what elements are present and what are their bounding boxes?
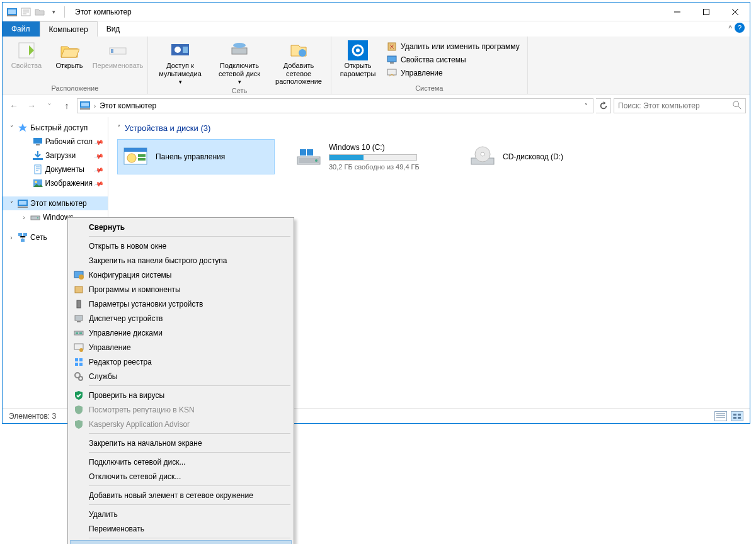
svg-rect-10 xyxy=(183,47,188,53)
svg-rect-28 xyxy=(35,165,41,174)
ribbon-open-settings[interactable]: Открыть параметры xyxy=(335,38,381,77)
ribbon-add-network-location[interactable]: Добавить сетевое расположение xyxy=(270,38,327,86)
tree-quick-access[interactable]: ˅ Быстрый доступ xyxy=(3,121,108,135)
qat-dropdown-icon[interactable]: ▾ xyxy=(48,6,59,18)
minimize-button[interactable] xyxy=(663,3,692,21)
diskmgmt-icon xyxy=(74,328,84,338)
ribbon-properties[interactable]: Свойства xyxy=(6,38,47,70)
cm-regedit[interactable]: Редактор реестра xyxy=(70,354,292,369)
tree-downloads[interactable]: Загрузки 📌 xyxy=(3,149,108,162)
cm-disconnect-network-drive[interactable]: Отключить сетевой диск... xyxy=(70,469,292,484)
details-view-icon[interactable] xyxy=(714,411,727,421)
cm-kaspersky-advisor[interactable]: Kaspersky Application Advisor xyxy=(70,417,292,431)
cm-device-manager[interactable]: Диспетчер устройств xyxy=(70,311,292,326)
cm-rename[interactable]: Переименовать xyxy=(70,521,292,536)
svg-rect-18 xyxy=(387,56,396,62)
cm-disk-management[interactable]: Управление дисками xyxy=(70,326,292,340)
cm-properties[interactable]: Свойства xyxy=(70,540,292,544)
control-panel-icon xyxy=(122,143,149,171)
cm-services[interactable]: Службы xyxy=(70,369,292,383)
tree-this-pc[interactable]: ˅ Этот компьютер xyxy=(3,196,108,210)
forward-button[interactable]: → xyxy=(24,98,39,113)
navigation-bar: ← → ˅ ↑ › Этот компьютер ˅ Поиск: Этот к… xyxy=(3,94,750,117)
tab-view[interactable]: Вид xyxy=(98,21,130,37)
svg-point-9 xyxy=(175,47,181,53)
ribbon-manage[interactable]: Управление xyxy=(383,67,524,79)
cm-delete[interactable]: Удалить xyxy=(70,507,292,521)
tab-computer[interactable]: Компьютер xyxy=(40,21,98,37)
tab-file[interactable]: Файл xyxy=(3,21,40,37)
tree-desktop[interactable]: Рабочий стол 📌 xyxy=(3,135,108,149)
cm-device-install[interactable]: Параметры установки устройств xyxy=(70,297,292,311)
manage-icon xyxy=(74,343,84,353)
help-icon[interactable]: ? xyxy=(735,23,745,33)
search-icon xyxy=(733,101,742,111)
ribbon-media-access[interactable]: Доступ к мультимедиа▾ xyxy=(152,38,209,86)
cm-pin-start[interactable]: Закрепить на начальном экране xyxy=(70,436,292,450)
d-drive-item[interactable]: CD-дисковод (D:) xyxy=(465,139,622,174)
ribbon-system-properties[interactable]: Свойства системы xyxy=(383,54,524,66)
chevron-right-icon[interactable]: › xyxy=(8,234,15,241)
control-panel-item[interactable]: Панель управления xyxy=(117,139,275,174)
drive-icon xyxy=(295,143,323,171)
tiles-view-icon[interactable] xyxy=(731,411,743,421)
ribbon: Свойства Открыть Переименовать Расположе… xyxy=(3,37,750,94)
chevron-down-icon[interactable]: ˅ xyxy=(8,200,15,207)
cm-map-network-drive[interactable]: Подключить сетевой диск... xyxy=(70,455,292,469)
ribbon-rename[interactable]: Переименовать xyxy=(92,38,144,70)
svg-rect-27 xyxy=(33,158,43,160)
cm-msconfig[interactable]: Конфигурация системы xyxy=(70,268,292,282)
c-drive-item[interactable]: Windows 10 (C:) 30,2 ГБ свободно из 49,4… xyxy=(291,139,449,174)
svg-point-46 xyxy=(315,159,318,162)
address-dropdown-icon[interactable]: ˅ xyxy=(582,103,590,110)
svg-rect-52 xyxy=(733,414,736,416)
tree-documents[interactable]: Документы 📌 xyxy=(3,162,108,176)
maximize-button[interactable] xyxy=(692,3,721,21)
devmgr-icon xyxy=(74,314,84,324)
chevron-right-icon[interactable]: › xyxy=(20,214,28,221)
up-button[interactable]: ↑ xyxy=(59,98,74,113)
d-drive-label: CD-дисковод (D:) xyxy=(503,152,563,161)
svg-rect-4 xyxy=(704,9,709,14)
qat-new-folder-icon[interactable] xyxy=(34,6,45,18)
svg-rect-32 xyxy=(19,201,26,205)
c-drive-info: 30,2 ГБ свободно из 49,4 ГБ xyxy=(329,163,420,171)
svg-rect-23 xyxy=(80,108,90,110)
svg-rect-36 xyxy=(18,233,22,236)
svg-rect-69 xyxy=(75,363,78,366)
cm-programs[interactable]: Программы и компоненты xyxy=(70,282,292,297)
svg-rect-54 xyxy=(733,417,736,419)
svg-rect-38 xyxy=(21,239,25,242)
cm-virus-scan[interactable]: Проверить на вирусы xyxy=(70,388,292,402)
svg-rect-2 xyxy=(7,15,17,16)
svg-rect-42 xyxy=(138,154,146,157)
search-box[interactable]: Поиск: Этот компьютер xyxy=(614,98,746,113)
devices-group-header[interactable]: ˅ Устройства и диски (3) xyxy=(117,123,741,133)
ribbon-map-drive[interactable]: Подключить сетевой диск▾ xyxy=(211,38,268,86)
qat-properties-icon[interactable] xyxy=(20,6,32,18)
back-button[interactable]: ← xyxy=(6,98,21,113)
ribbon-open[interactable]: Открыть xyxy=(49,38,89,70)
cm-manage[interactable]: Управление xyxy=(70,340,292,354)
recent-locations-dropdown[interactable]: ˅ xyxy=(42,98,57,113)
cm-collapse[interactable]: Свернуть xyxy=(70,220,292,234)
address-bar[interactable]: › Этот компьютер ˅ xyxy=(77,98,593,113)
folder-open-icon xyxy=(59,40,79,60)
shield-icon xyxy=(74,419,84,429)
ribbon-collapse-icon[interactable]: ^ xyxy=(728,24,732,33)
ribbon-uninstall-program[interactable]: Удалить или изменить программу xyxy=(383,40,524,53)
regedit-icon xyxy=(74,357,84,367)
ribbon-group-network: Доступ к мультимедиа▾ Подключить сетевой… xyxy=(148,37,331,94)
close-button[interactable] xyxy=(721,3,750,21)
chevron-down-icon[interactable]: ˅ xyxy=(8,125,15,132)
cm-add-network-element[interactable]: Добавить новый элемент в сетевое окружен… xyxy=(70,488,292,502)
cm-ksn-reputation[interactable]: Посмотреть репутацию в KSN xyxy=(70,402,292,417)
svg-point-30 xyxy=(35,181,37,183)
chevron-down-icon: ˅ xyxy=(117,124,121,132)
tree-pictures[interactable]: Изображения 📌 xyxy=(3,176,108,190)
svg-rect-68 xyxy=(79,358,83,361)
svg-point-66 xyxy=(79,348,83,352)
cm-open-new-window[interactable]: Открыть в новом окне xyxy=(70,239,292,253)
refresh-button[interactable] xyxy=(596,98,611,113)
cm-pin-quick-access[interactable]: Закрепить на панели быстрого доступа xyxy=(70,253,292,268)
